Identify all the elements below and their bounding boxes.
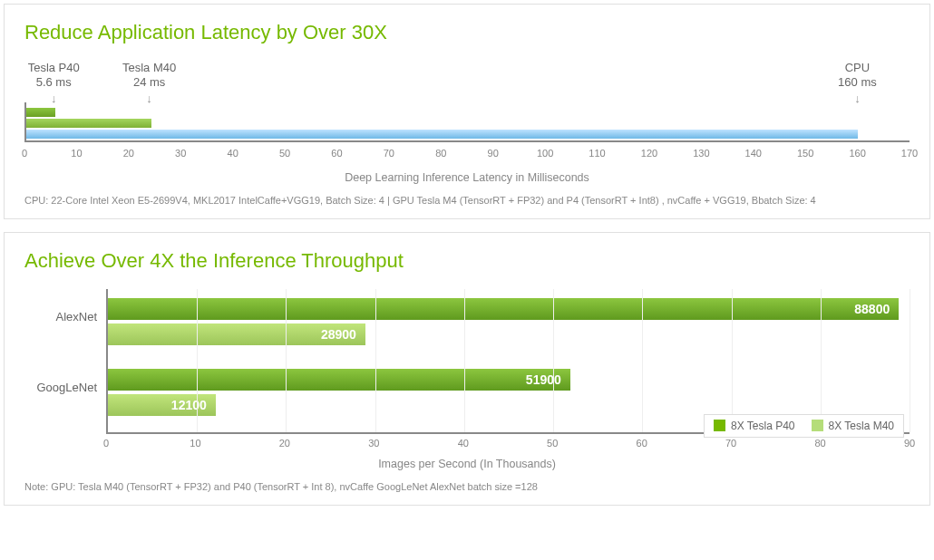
latency-plot [24, 102, 910, 142]
latency-x-label: Deep Learning Inference Latency in Milli… [24, 171, 910, 184]
latency-tick: 60 [331, 148, 342, 159]
throughput-title: Achieve Over 4X the Inference Throughput [24, 249, 910, 273]
ylabel-alexnet: AlexNet [55, 310, 97, 323]
latency-tick: 40 [228, 148, 238, 159]
ylabel-googlenet: GoogLeNet [37, 381, 98, 394]
throughput-tick: 40 [458, 438, 469, 449]
latency-tick: 70 [384, 148, 394, 159]
throughput-tick: 20 [279, 438, 290, 449]
callout-p40-val: 5.6 ms [36, 75, 72, 89]
bar-alexnet-m40: 28900 [108, 323, 365, 345]
legend-p40-label: 8X Tesla P40 [731, 420, 795, 432]
latency-tick: 10 [71, 148, 82, 159]
throughput-y-labels: AlexNet GoogLeNet [24, 289, 106, 434]
throughput-plot-wrap: AlexNet GoogLeNet 88800 28900 51900 1210… [24, 289, 910, 434]
gridline [821, 289, 822, 432]
swatch-p40-icon [714, 420, 725, 431]
throughput-tick: 70 [725, 438, 736, 449]
callout-m40-name: Tesla M40 [122, 61, 176, 74]
latency-tick: 150 [797, 148, 813, 159]
val-googlenet-p40: 51900 [526, 372, 561, 387]
gridline [375, 289, 376, 432]
callout-cpu-val: 160 ms [838, 75, 877, 89]
latency-tick: 160 [849, 148, 865, 159]
latency-bar-m40 [26, 119, 151, 128]
latency-bar-p40 [26, 108, 55, 117]
latency-tick: 170 [901, 148, 918, 159]
callout-cpu-name: CPU [845, 61, 870, 74]
callout-p40-name: Tesla P40 [28, 61, 80, 74]
throughput-panel: Achieve Over 4X the Inference Throughput… [4, 232, 930, 506]
val-alexnet-m40: 28900 [321, 327, 356, 342]
legend-m40-label: 8X Tesla M40 [829, 420, 895, 432]
latency-x-ticks: 0102030405060708090100110120130140150160… [24, 146, 910, 166]
throughput-x-label: Images per Second (In Thousands) [24, 458, 910, 470]
legend-item-m40: 8X Tesla M40 [812, 420, 895, 432]
latency-tick: 50 [279, 148, 290, 159]
legend-item-p40: 8X Tesla P40 [714, 420, 795, 432]
throughput-tick: 0 [103, 438, 109, 449]
gridline [910, 289, 910, 432]
throughput-tick: 60 [637, 438, 647, 449]
gridline [732, 289, 733, 432]
val-googlenet-m40: 12100 [171, 398, 207, 412]
throughput-legend: 8X Tesla P40 8X Tesla M40 [704, 414, 904, 438]
gridline [286, 289, 287, 432]
callout-m40-val: 24 ms [133, 75, 165, 89]
latency-tick: 110 [589, 148, 605, 159]
latency-tick: 140 [745, 148, 762, 159]
gridline [553, 289, 554, 432]
latency-tick: 100 [537, 148, 553, 159]
gridline [197, 289, 198, 432]
callout-tesla-m40: Tesla M40 24 ms ↓ [122, 61, 176, 104]
latency-tick: 20 [123, 148, 134, 159]
swatch-m40-icon [812, 420, 823, 431]
val-alexnet-p40: 88800 [854, 302, 890, 316]
latency-callouts: Tesla P40 5.6 ms ↓ Tesla M40 24 ms ↓ CPU… [24, 61, 910, 102]
latency-title: Reduce Application Latency by Over 30X [24, 21, 910, 44]
latency-panel: Reduce Application Latency by Over 30X T… [4, 4, 930, 219]
latency-tick: 0 [22, 148, 27, 159]
latency-tick: 80 [435, 148, 446, 159]
bar-googlenet-p40: 51900 [108, 369, 570, 391]
callout-cpu: CPU 160 ms ↓ [838, 61, 877, 104]
bar-googlenet-m40: 12100 [108, 394, 216, 416]
latency-tick: 120 [641, 148, 657, 159]
bar-alexnet-p40: 88800 [108, 298, 899, 320]
callout-tesla-p40: Tesla P40 5.6 ms ↓ [28, 61, 80, 104]
gridline [464, 289, 465, 432]
latency-bar-cpu [26, 130, 858, 139]
latency-footnote: CPU: 22-Core Intel Xeon E5-2699V4, MKL20… [24, 195, 910, 206]
latency-tick: 90 [488, 148, 499, 159]
throughput-tick: 50 [547, 438, 558, 449]
latency-tick: 130 [693, 148, 709, 159]
gridline [642, 289, 643, 432]
throughput-tick: 10 [190, 438, 200, 449]
throughput-plot: 88800 28900 51900 12100 [106, 289, 910, 434]
throughput-tick: 80 [814, 438, 825, 449]
throughput-tick: 90 [904, 438, 915, 449]
latency-tick: 30 [175, 148, 186, 159]
throughput-footnote: Note: GPU: Tesla M40 (TensorRT + FP32) a… [24, 481, 910, 492]
throughput-tick: 30 [368, 438, 379, 449]
